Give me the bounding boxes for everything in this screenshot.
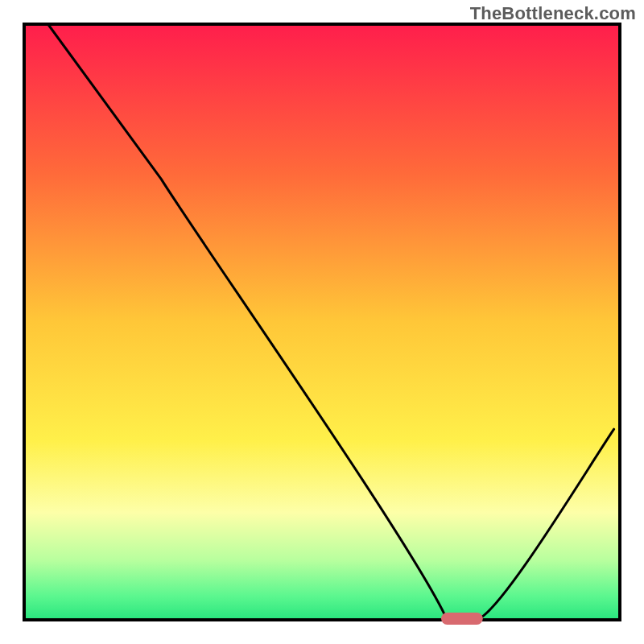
optimal-point-marker: [441, 613, 483, 625]
bottleneck-chart: [0, 0, 644, 644]
watermark-text: TheBottleneck.com: [470, 3, 636, 24]
chart-container: TheBottleneck.com: [0, 0, 644, 644]
